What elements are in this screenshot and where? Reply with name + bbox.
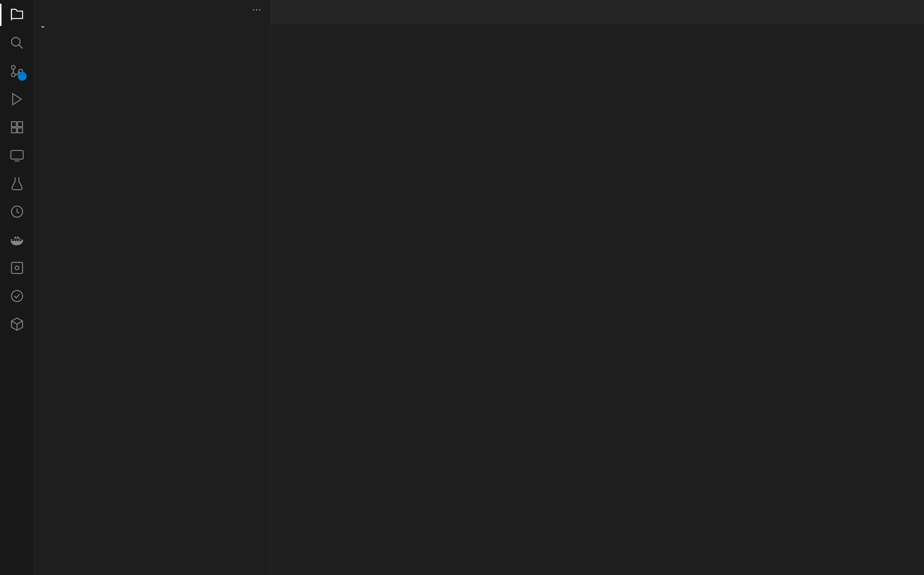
svg-point-12 xyxy=(11,291,22,302)
hexagon-icon[interactable] xyxy=(9,316,25,332)
remote-icon[interactable] xyxy=(9,147,25,164)
code-editor[interactable] xyxy=(271,30,924,575)
chevron-down-icon xyxy=(39,21,47,30)
svg-rect-5 xyxy=(17,122,22,127)
sidebar-header: ⋯ xyxy=(34,0,270,19)
breadcrumb[interactable] xyxy=(271,24,924,30)
svg-rect-7 xyxy=(17,128,22,133)
svg-point-0 xyxy=(11,37,20,46)
svg-point-2 xyxy=(11,73,15,76)
source-control-icon[interactable] xyxy=(9,63,25,79)
line-gutter xyxy=(271,30,303,575)
docker-icon[interactable] xyxy=(9,232,25,248)
more-icon[interactable]: ⋯ xyxy=(252,5,262,15)
svg-point-1 xyxy=(11,65,15,69)
svg-rect-6 xyxy=(11,128,16,133)
explorer-icon[interactable] xyxy=(9,7,25,23)
svg-rect-8 xyxy=(11,151,23,159)
svg-rect-10 xyxy=(11,262,22,273)
run-debug-icon[interactable] xyxy=(9,91,25,107)
workspace-root[interactable] xyxy=(34,19,270,32)
editor-area xyxy=(271,0,924,575)
circle-arrows-icon[interactable] xyxy=(9,288,25,304)
tab-bar xyxy=(271,0,924,24)
activity-bar xyxy=(0,0,34,575)
scm-badge xyxy=(18,72,27,81)
search-icon[interactable] xyxy=(9,35,25,51)
svg-rect-4 xyxy=(11,122,16,127)
testing-icon[interactable] xyxy=(9,175,25,192)
extensions-icon[interactable] xyxy=(9,119,25,135)
sidebar: ⋯ xyxy=(34,0,271,575)
timeline-icon[interactable] xyxy=(9,203,25,220)
file-tree[interactable] xyxy=(34,32,270,575)
svg-point-11 xyxy=(15,266,19,270)
code-content[interactable] xyxy=(303,30,924,575)
settings-gear-icon[interactable] xyxy=(9,260,25,276)
